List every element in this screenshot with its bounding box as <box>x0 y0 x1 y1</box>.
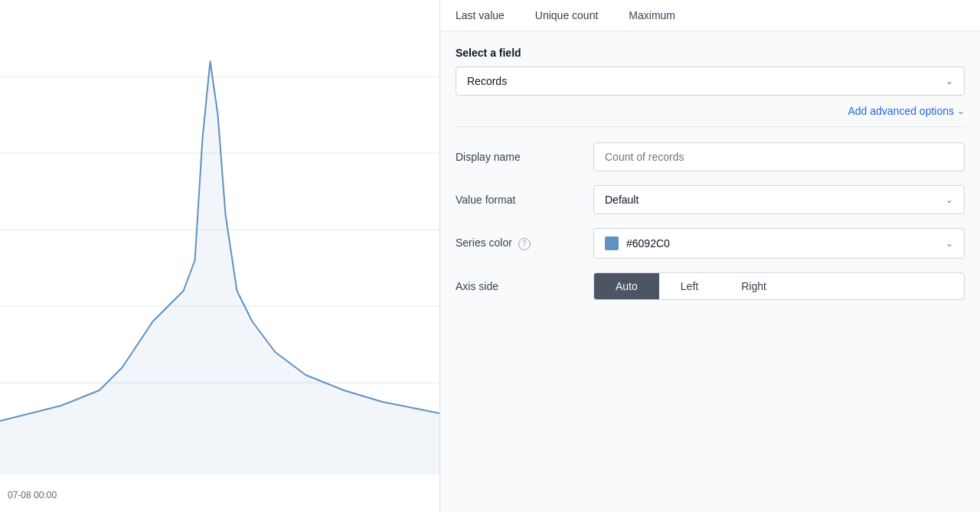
value-format-control: Default ⌄ <box>593 185 965 214</box>
value-format-chevron: ⌄ <box>946 194 953 205</box>
agg-options-row: Last value Unique count Maximum <box>440 0 980 31</box>
select-field-label: Select a field <box>456 47 965 59</box>
display-name-row: Display name <box>456 142 965 171</box>
value-format-label: Value format <box>456 194 593 206</box>
advanced-options-link[interactable]: Add advanced options ⌄ <box>848 105 965 117</box>
axis-btn-auto[interactable]: Auto <box>594 273 659 299</box>
form-fields: Display name Value format Default ⌄ Seri… <box>440 127 980 329</box>
color-swatch <box>605 236 619 250</box>
axis-toggle: Auto Left Right <box>593 272 965 300</box>
axis-btn-left[interactable]: Left <box>659 273 720 299</box>
series-color-row: Series color ? #6092C0 ⌄ <box>456 228 965 259</box>
series-color-control: #6092C0 ⌄ <box>593 228 965 259</box>
axis-side-row: Axis side Auto Left Right <box>456 272 965 300</box>
display-name-input[interactable] <box>593 142 965 171</box>
value-format-dropdown[interactable]: Default ⌄ <box>593 185 965 214</box>
axis-btn-right[interactable]: Right <box>720 273 788 299</box>
series-color-info-icon[interactable]: ? <box>518 238 531 250</box>
display-name-control <box>593 142 965 171</box>
color-chevron: ⌄ <box>946 238 953 249</box>
value-format-value: Default <box>605 194 639 206</box>
axis-side-control: Auto Left Right <box>593 272 965 300</box>
agg-maximum[interactable]: Maximum <box>629 9 675 21</box>
agg-last-value[interactable]: Last value <box>456 9 505 21</box>
advanced-options-chevron: ⌄ <box>957 106 965 116</box>
color-hex-value: #6092C0 <box>626 237 938 249</box>
axis-side-label: Axis side <box>456 280 593 292</box>
field-select-dropdown[interactable]: Records ⌄ <box>456 67 965 96</box>
series-color-dropdown[interactable]: #6092C0 ⌄ <box>593 228 965 259</box>
display-name-label: Display name <box>456 151 593 163</box>
advanced-options-row: Add advanced options ⌄ <box>440 96 980 126</box>
series-color-label: Series color ? <box>456 236 593 250</box>
field-select-chevron: ⌄ <box>946 76 953 86</box>
chart-x-label: 07-08 00:00 <box>8 490 57 501</box>
agg-unique-count[interactable]: Unique count <box>535 9 599 21</box>
field-select-value: Records <box>467 75 507 87</box>
chart-panel: 07-08 00:00 <box>0 0 440 512</box>
select-field-section: Select a field Records ⌄ <box>440 31 980 96</box>
value-format-row: Value format Default ⌄ <box>456 185 965 214</box>
settings-panel: Last value Unique count Maximum Select a… <box>440 0 980 512</box>
